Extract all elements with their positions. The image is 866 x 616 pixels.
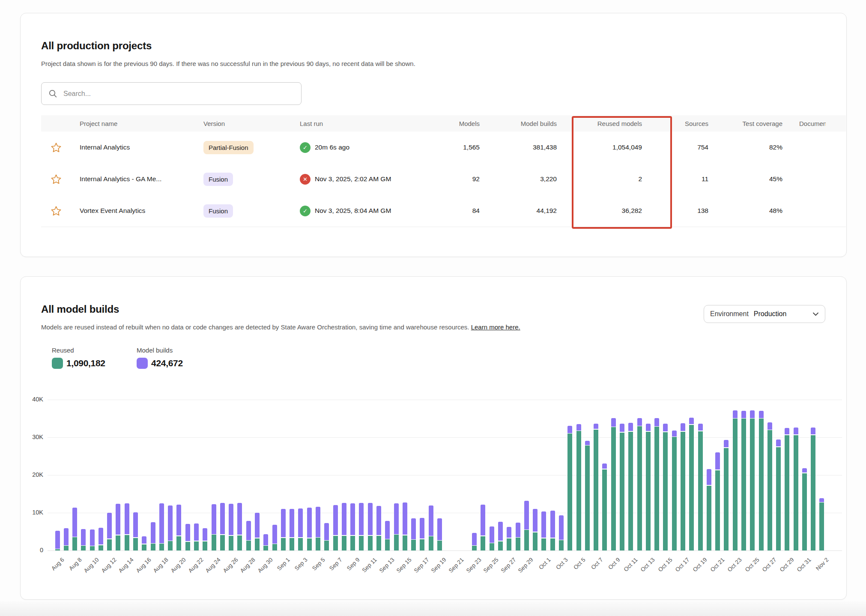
chart-bar[interactable] (272, 400, 277, 550)
chart-bar[interactable] (212, 400, 216, 550)
bar-builds-segment (733, 410, 738, 418)
chart-bar[interactable] (229, 400, 233, 550)
bar-builds-segment (585, 441, 590, 445)
chart-bar[interactable] (368, 400, 373, 550)
chart-bar[interactable] (611, 400, 616, 550)
chart-bar[interactable] (767, 400, 772, 550)
chart-bar[interactable] (516, 400, 520, 550)
chart-bar[interactable] (628, 400, 633, 550)
chart-bar[interactable] (637, 400, 642, 550)
chart-bar[interactable] (724, 400, 729, 550)
search-input[interactable] (63, 90, 270, 98)
chart-bar[interactable] (263, 400, 268, 550)
chart-bar[interactable] (64, 400, 69, 550)
chart-bar[interactable] (342, 400, 346, 550)
learn-more-link[interactable]: Learn more here. (471, 323, 520, 331)
chart-bar[interactable] (394, 400, 399, 550)
chart-bar[interactable] (576, 400, 581, 550)
chart-bar[interactable] (359, 400, 364, 550)
chart-bar[interactable] (220, 400, 225, 550)
chart-bar[interactable] (55, 400, 60, 550)
environment-dropdown[interactable]: Environment Production (704, 305, 825, 323)
chart-bar[interactable] (81, 400, 86, 550)
chart-bar[interactable] (785, 400, 789, 550)
chart-bar[interactable] (411, 400, 416, 550)
chart-bar[interactable] (281, 400, 286, 550)
chart-bar[interactable] (698, 400, 703, 550)
chart-bar[interactable] (654, 400, 659, 550)
chart-bar[interactable] (99, 400, 103, 550)
chart-bar[interactable] (176, 400, 181, 550)
chart-bar[interactable] (672, 400, 677, 550)
chart-bar[interactable] (541, 400, 546, 550)
chart-bar[interactable] (733, 400, 738, 550)
chart-bar[interactable] (602, 400, 607, 550)
chart-bar[interactable] (559, 400, 564, 550)
chart-bar[interactable] (707, 400, 711, 550)
chart-bar[interactable] (689, 400, 694, 550)
project-name-link[interactable]: Internal Analytics - GA Me... (80, 175, 161, 182)
chart-bar[interactable] (429, 400, 433, 550)
chart-bar[interactable] (646, 400, 651, 550)
project-name-link[interactable]: Internal Analytics (80, 144, 130, 151)
chart-bar[interactable] (125, 400, 129, 550)
chart-bar[interactable] (246, 400, 251, 550)
chart-bar[interactable] (333, 400, 338, 550)
chart-bar[interactable] (403, 400, 407, 550)
chart-bar[interactable] (620, 400, 624, 550)
chart-bar[interactable] (507, 400, 511, 550)
chart-bar[interactable] (681, 400, 685, 550)
chart-bar[interactable] (194, 400, 199, 550)
chart-bar[interactable] (802, 400, 807, 550)
chart-bar[interactable] (376, 400, 381, 550)
chart-bar[interactable] (481, 400, 485, 550)
chart-bar[interactable] (741, 400, 746, 550)
x-axis-label: Sep 27 (500, 556, 517, 574)
chart-bar[interactable] (159, 400, 164, 550)
favorite-star-icon[interactable] (51, 142, 62, 153)
chart-bar[interactable] (750, 400, 755, 550)
project-name-link[interactable]: Vortex Event Analytics (80, 207, 145, 214)
chart-bar[interactable] (819, 400, 824, 550)
chart-bar[interactable] (524, 400, 529, 550)
chart-bar[interactable] (472, 400, 477, 550)
chart-bar[interactable] (168, 400, 173, 550)
chart-bar[interactable] (490, 400, 494, 550)
chart-bar[interactable] (567, 400, 572, 550)
chart-bar[interactable] (307, 400, 312, 550)
chart-bar[interactable] (255, 400, 260, 550)
project-search[interactable] (41, 82, 302, 105)
chart-bar[interactable] (185, 400, 190, 550)
chart-bar[interactable] (420, 400, 424, 550)
chart-bar[interactable] (594, 400, 598, 550)
chart-bar[interactable] (533, 400, 538, 550)
chart-bar[interactable] (794, 400, 798, 550)
chart-bar[interactable] (759, 400, 764, 550)
chart-bar[interactable] (142, 400, 146, 550)
bar-reused-segment (142, 544, 146, 550)
chart-bar[interactable] (811, 400, 815, 550)
chart-bar[interactable] (550, 400, 555, 550)
chart-bar[interactable] (585, 400, 590, 550)
favorite-star-icon[interactable] (51, 206, 62, 216)
chart-bar[interactable] (90, 400, 95, 550)
chart-bar[interactable] (776, 400, 781, 550)
chart-bar[interactable] (385, 400, 390, 550)
chart-bar[interactable] (715, 400, 720, 550)
chart-bar[interactable] (116, 400, 120, 550)
chart-bar[interactable] (437, 400, 442, 550)
chart-bar[interactable] (72, 400, 77, 550)
chart-bar[interactable] (151, 400, 155, 550)
chart-bar[interactable] (350, 400, 355, 550)
chart-bar[interactable] (107, 400, 112, 550)
chart-bar[interactable] (203, 400, 207, 550)
chart-bar[interactable] (498, 400, 503, 550)
chart-bar[interactable] (237, 400, 242, 550)
chart-bar[interactable] (324, 400, 329, 550)
chart-bar[interactable] (663, 400, 668, 550)
chart-bar[interactable] (298, 400, 303, 550)
favorite-star-icon[interactable] (51, 174, 62, 185)
chart-bar[interactable] (133, 400, 138, 550)
chart-bar[interactable] (316, 400, 320, 550)
chart-bar[interactable] (290, 400, 294, 550)
